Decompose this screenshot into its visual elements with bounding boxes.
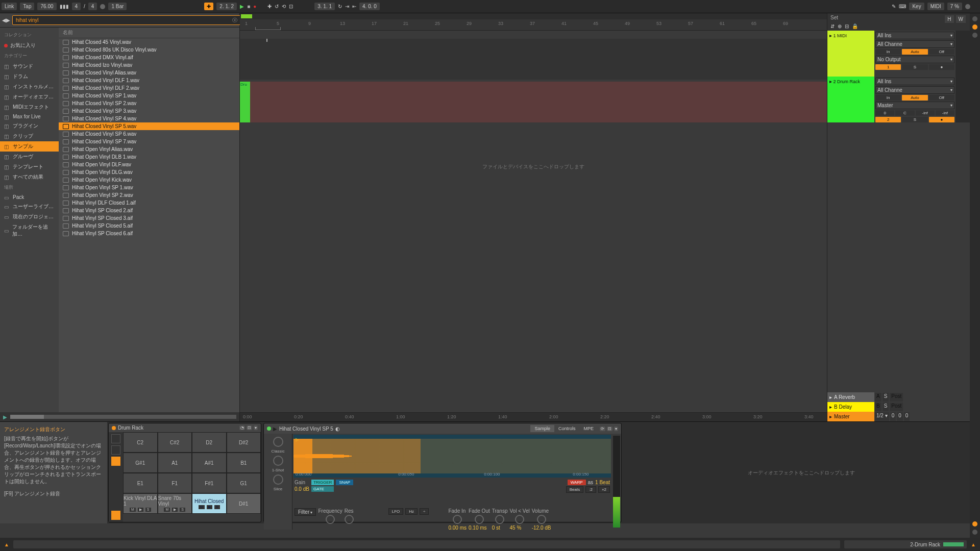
oneshot-knob[interactable] [273,456,283,466]
result-row[interactable]: Hihat Closed Vinyl SP 5.wav [59,122,239,130]
result-row[interactable]: Hihat Closed DMX Vinyl.aif [59,54,239,61]
selector-dot[interactable] [972,530,977,535]
mixer-toggle[interactable]: 🔒 [852,23,858,29]
input-type-menu[interactable]: All Ins▾ [875,78,954,85]
loop-position[interactable]: 3. 1. 1 [314,3,335,10]
solo-button[interactable]: S [902,117,927,122]
monitor-off[interactable]: Off [929,49,954,55]
track-lane-drum[interactable]: Dru [240,82,827,122]
volume-value[interactable]: -12.0 dB [532,525,551,531]
result-row[interactable]: Hihat Open Vinyl DLG.wav [59,168,239,176]
monitor-off[interactable]: Off [929,95,954,101]
lfo-menu[interactable]: LFO [388,508,404,515]
record-button[interactable]: ● [253,4,256,9]
sidebar-favorites[interactable]: お気に入り [0,40,59,51]
send-value[interactable]: 0 [875,110,894,116]
result-row[interactable]: Hihat Open Vinyl Kick.wav [59,176,239,184]
key-map-button[interactable]: Key [909,3,924,10]
gain-value[interactable]: 0.0 dB [295,486,309,492]
pad-play[interactable]: ▶ [172,508,178,512]
drum-pad[interactable]: D2 [192,432,227,453]
drum-pad[interactable]: C#2 [158,432,192,453]
quantize-menu[interactable]: 1 Bar [108,3,127,10]
sidebar-place[interactable]: ▭ユーザーライブ… [0,202,59,212]
time-ruler[interactable]: 0:000:200:401:001:201:402:002:202:403:00… [240,412,827,421]
slice-knob[interactable] [273,474,283,485]
stop-button[interactable]: ■ [247,4,250,9]
pad-play[interactable]: ▶ [138,508,143,512]
output-menu[interactable]: Master▾ [875,102,954,109]
loop-brace-strip[interactable] [240,13,827,19]
slice-label[interactable]: Slice [274,487,282,491]
selector-dot[interactable] [972,33,977,38]
return-track[interactable]: ▸A ReverbASPost [827,392,980,402]
sidebar-place[interactable]: ▭現在のプロジェ… [0,212,59,222]
macro-selector[interactable] [111,434,120,443]
fadeout-value[interactable]: 0.10 ms [469,525,490,531]
show-hide-selector[interactable] [111,511,120,520]
hotswap-icon[interactable]: ⟳ [600,427,605,431]
sends-toggle[interactable]: ⊕ [838,23,842,29]
pad-play[interactable]: ▶ [207,505,212,509]
selector-dot[interactable] [972,16,977,21]
return-letter[interactable]: A [875,393,881,402]
solo-button[interactable]: S [902,64,927,70]
oneshot-label[interactable]: 1-Shot [272,468,284,472]
fx-drop-area[interactable]: オーディオエフェクトをここへドロップします [623,422,980,523]
reenable-automation-icon[interactable]: ⟲ [282,4,286,9]
post-button[interactable]: Post [890,403,903,411]
io-section-toggle[interactable]: ⇵ [830,23,835,29]
result-row[interactable]: Hihat Vinyl SP Closed 3.aif [59,214,239,222]
browser-results[interactable]: 名前 Hihat Closed 45 Vinyl.wavHihat Closed… [59,28,239,421]
drum-pad[interactable]: B1 [227,453,261,473]
track-name[interactable]: ▸ 1 MIDI [827,31,874,77]
arm-button[interactable]: ● [929,117,954,122]
monitor-auto[interactable]: Auto [902,95,927,101]
result-row[interactable]: Hihat Open Vinyl SP 2.wav [59,191,239,199]
arrangement-tracks-area[interactable]: Dru ファイルとデバイスをここへドロップします [240,31,827,412]
sidebar-place[interactable]: ▭フォルダーを追加… [0,222,59,239]
drum-pad[interactable]: C2 [123,432,158,453]
punch-position[interactable]: 4. 0. 0 [359,3,380,10]
metronome-toggle[interactable] [100,4,105,9]
pen-icon[interactable]: ✎ [892,4,896,9]
clear-search-icon[interactable]: ⓧ [232,17,237,24]
midi-map-button[interactable]: MIDI [927,3,944,10]
trigger-button[interactable]: TRIGGER [311,480,334,485]
tap-button[interactable]: Tap [20,3,34,10]
chain-selector[interactable] [111,445,120,455]
drum-pad[interactable]: Hihat ClosedM▶S [192,493,227,514]
result-row[interactable]: Hihat Closed Vinyl SP 6.wav [59,130,239,138]
device-save-icon[interactable]: ⊡ [247,425,252,430]
follow-button[interactable]: ✚ [204,3,213,10]
master-track[interactable]: ▸Master1/2 ▾000 [827,412,980,421]
result-row[interactable]: Hihat Vinyl SP Closed 2.aif [59,207,239,214]
preview-play-icon[interactable]: ▶ [3,414,7,420]
song-position[interactable]: 2. 1. 2 [216,3,237,10]
result-row[interactable]: Hihat Closed Vinyl SP 7.wav [59,138,239,145]
h-button[interactable]: H [945,15,953,23]
output-menu[interactable]: No Output▾ [875,56,954,63]
track-fold-icon[interactable]: ▸ [829,404,832,410]
punch-in-icon[interactable]: ⇥ [345,4,349,9]
solo-button[interactable]: S [883,393,889,402]
volvel-knob[interactable] [515,515,524,524]
sig-numerator[interactable]: 4 [72,3,81,10]
clip[interactable]: Dru [240,82,250,122]
arm-button[interactable]: ● [929,64,954,70]
drum-pad[interactable]: D#1 [227,493,261,514]
send-value[interactable]: C [895,110,914,116]
volvel-value[interactable]: 45 % [510,525,530,531]
link-button[interactable]: Link [2,3,17,10]
returns-toggle[interactable]: ⊟ [845,23,849,29]
double-button[interactable]: ×2 [598,486,610,493]
drum-pad[interactable]: Kick Vinyl DLA 1M▶S [123,493,158,514]
preview-waveform[interactable] [10,415,236,419]
filter-menu[interactable]: Filter ▾ [295,508,316,516]
result-row[interactable]: Hihat Closed Izo Vinyl.wav [59,61,239,69]
device-save-icon[interactable]: ⊡ [607,427,612,431]
loop-brace[interactable] [241,14,252,18]
result-row[interactable]: Hihat Closed Vinyl SP 4.wav [59,115,239,122]
device-fold-icon[interactable]: ▾ [254,425,258,430]
pad-mute[interactable]: M [130,508,136,512]
